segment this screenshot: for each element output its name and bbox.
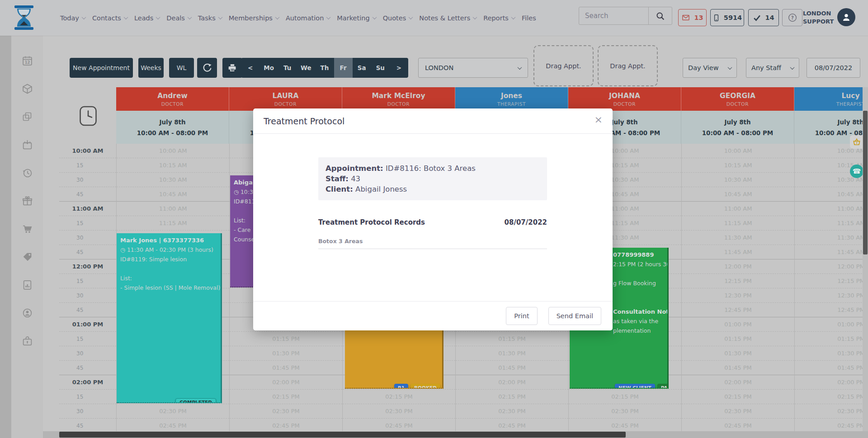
- horizontal-scrollbar[interactable]: [43, 431, 868, 438]
- new-appointment-button[interactable]: New Appointment: [70, 58, 133, 78]
- time-slot-cell[interactable]: 02:30 PM: [569, 404, 681, 419]
- time-slot-cell[interactable]: 11:30 AM: [682, 231, 794, 245]
- avatar[interactable]: [837, 8, 855, 26]
- time-slot-cell[interactable]: 02:15 PM: [456, 390, 568, 404]
- staff-header[interactable]: JOHANADOCTOR: [568, 87, 681, 111]
- day-seg-we[interactable]: We: [297, 58, 315, 78]
- vertical-scrollbar-thumb[interactable]: [863, 111, 868, 254]
- time-slot-cell[interactable]: 12:15 PM: [682, 274, 794, 288]
- time-slot-cell[interactable]: 12:00 PM: [682, 259, 794, 274]
- time-slot-cell[interactable]: 02:45 PM: [230, 419, 342, 431]
- search-icon[interactable]: [648, 7, 672, 24]
- time-slot-cell[interactable]: 02:15 PM: [569, 390, 681, 404]
- weeks-button[interactable]: Weeks: [138, 58, 164, 78]
- time-slot-cell[interactable]: 02:00 PM: [795, 375, 868, 390]
- time-slot-cell[interactable]: 01:00 PM: [795, 317, 868, 332]
- time-slot-cell[interactable]: 02:00 PM: [682, 375, 794, 390]
- time-slot-cell[interactable]: 02:30 PM: [795, 404, 868, 419]
- print-icon[interactable]: [222, 58, 242, 78]
- day-seg-prev[interactable]: <: [241, 58, 259, 78]
- time-slot-cell[interactable]: 12:00 PM: [795, 259, 868, 274]
- sidebar-item-case-lock[interactable]: [21, 335, 33, 347]
- cart-button[interactable]: [850, 135, 863, 149]
- time-slot-cell[interactable]: 02:45 PM: [117, 419, 229, 431]
- time-slot-cell[interactable]: 11:45 AM: [795, 245, 868, 259]
- time-slot-cell[interactable]: 02:45 PM: [795, 419, 868, 431]
- nav-item-memberships[interactable]: Memberships: [229, 14, 279, 22]
- day-seg-next[interactable]: >: [390, 58, 408, 78]
- date-field[interactable]: 08/07/2022: [807, 58, 860, 78]
- record-item[interactable]: Botox 3 Areas: [318, 238, 547, 249]
- time-slot-cell[interactable]: 01:00 PM: [682, 317, 794, 332]
- location-select[interactable]: LONDON: [418, 58, 528, 78]
- time-slot-cell[interactable]: 01:45 PM: [795, 361, 868, 375]
- drag-appointment-slot-1[interactable]: Drag Appt.: [533, 45, 594, 86]
- time-slot-cell[interactable]: 12:45 PM: [682, 303, 794, 317]
- day-seg-th[interactable]: Th: [315, 58, 334, 78]
- wl-button[interactable]: WL: [169, 58, 194, 78]
- sidebar-item-gift[interactable]: [21, 195, 33, 207]
- time-slot-cell[interactable]: 10:00 AM: [682, 144, 794, 158]
- staff-header[interactable]: JonesTHERAPIST: [455, 87, 568, 111]
- nav-badge-messages[interactable]: 13: [678, 9, 707, 26]
- time-slot-cell[interactable]: 02:15 PM: [795, 390, 868, 404]
- nav-item-tasks[interactable]: Tasks: [198, 14, 222, 22]
- appointment-teal[interactable]: Mark Jones | 6373377336◷ 11:30 AM - 02:3…: [117, 233, 222, 403]
- time-slot-cell[interactable]: 12:30 PM: [682, 288, 794, 303]
- time-slot-cell[interactable]: 02:15 PM: [343, 390, 455, 404]
- time-slot-cell[interactable]: 11:00 AM: [682, 202, 794, 216]
- close-icon[interactable]: ×: [594, 114, 603, 125]
- time-slot-cell[interactable]: 02:30 PM: [230, 404, 342, 419]
- sidebar-item-cart[interactable]: [21, 223, 33, 235]
- time-slot-cell[interactable]: 11:15 AM: [795, 216, 868, 231]
- day-seg-tu[interactable]: Tu: [278, 58, 297, 78]
- time-slot-cell[interactable]: 02:15 PM: [682, 390, 794, 404]
- time-slot-cell[interactable]: 02:45 PM: [343, 419, 455, 431]
- staff-header[interactable]: LucyTHERAPIST: [794, 87, 868, 111]
- time-slot-cell[interactable]: 10:45 AM: [795, 187, 868, 202]
- time-slot-cell[interactable]: 02:45 PM: [682, 419, 794, 431]
- sidebar-item-package[interactable]: [21, 83, 33, 94]
- time-slot-cell[interactable]: 01:15 PM: [456, 332, 568, 346]
- nav-item-leads[interactable]: Leads: [134, 14, 160, 22]
- sidebar-item-user-status[interactable]: [21, 307, 33, 319]
- nav-item-notes-letters[interactable]: Notes & Letters: [419, 14, 476, 22]
- time-slot-cell[interactable]: 10:15 AM: [682, 158, 794, 173]
- time-slot-cell[interactable]: 11:15 AM: [117, 216, 229, 231]
- sidebar-item-calendar[interactable]: 12: [21, 55, 33, 66]
- time-slot-cell[interactable]: 01:45 PM: [230, 361, 342, 375]
- time-slot-cell[interactable]: 11:00 AM: [795, 202, 868, 216]
- nav-item-deals[interactable]: Deals: [166, 14, 191, 22]
- time-slot-cell[interactable]: 01:30 PM: [456, 346, 568, 361]
- time-slot-cell[interactable]: 11:00 AM: [117, 202, 229, 216]
- time-slot-cell[interactable]: 02:00 PM: [456, 375, 568, 390]
- staff-header[interactable]: AndrewDOCTOR: [116, 87, 229, 111]
- time-slot-cell[interactable]: 01:30 PM: [795, 346, 868, 361]
- time-slot-cell[interactable]: 10:30 AM: [682, 173, 794, 187]
- time-slot-cell[interactable]: 10:45 AM: [117, 187, 229, 202]
- time-slot-cell[interactable]: 10:00 AM: [117, 144, 229, 158]
- nav-item-quotes[interactable]: Quotes: [383, 14, 413, 22]
- time-slot-cell[interactable]: 12:30 PM: [795, 288, 868, 303]
- time-slot-cell[interactable]: 02:30 PM: [456, 404, 568, 419]
- time-slot-cell[interactable]: 02:30 PM: [343, 404, 455, 419]
- time-slot-cell[interactable]: 10:45 AM: [682, 187, 794, 202]
- nav-badge-help[interactable]: ?: [782, 9, 802, 26]
- search-input[interactable]: [579, 7, 648, 24]
- time-slot-cell[interactable]: 02:45 PM: [456, 419, 568, 431]
- time-slot-cell[interactable]: 02:00 PM: [230, 375, 342, 390]
- time-slot-cell[interactable]: 11:45 AM: [682, 245, 794, 259]
- staff-header[interactable]: Mark McElroyDOCTOR: [342, 87, 455, 111]
- time-slot-cell[interactable]: 02:15 PM: [230, 390, 342, 404]
- sidebar-item-calendar-import[interactable]: [21, 139, 33, 151]
- time-slot-cell[interactable]: 01:30 PM: [230, 346, 342, 361]
- time-slot-cell[interactable]: 01:15 PM: [795, 332, 868, 346]
- staff-select[interactable]: Any Staff: [746, 58, 799, 78]
- time-slot-cell[interactable]: 10:15 AM: [117, 158, 229, 173]
- sidebar-item-copy[interactable]: [21, 111, 33, 122]
- day-seg-mo[interactable]: Mo: [259, 58, 278, 78]
- time-slot-cell[interactable]: 12:45 PM: [795, 303, 868, 317]
- sidebar-item-history[interactable]: [21, 167, 33, 179]
- sidebar-item-report[interactable]: [21, 279, 33, 291]
- sidebar-item-tag[interactable]: [21, 251, 33, 263]
